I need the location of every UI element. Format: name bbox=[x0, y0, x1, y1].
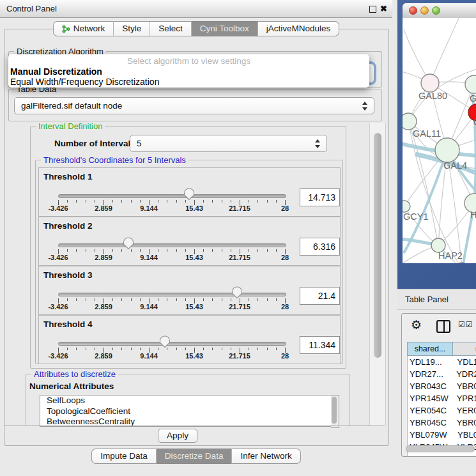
slider-tick bbox=[112, 200, 113, 203]
svg-text:GAL80: GAL80 bbox=[418, 91, 447, 101]
table-header-row: shared...n bbox=[407, 342, 476, 356]
svg-text:GA: GA bbox=[470, 93, 476, 104]
num-intervals-label: Number of Intervals bbox=[54, 139, 135, 148]
tab-label: Discretize Data bbox=[165, 449, 224, 463]
zoom-traffic-light-icon[interactable] bbox=[432, 6, 440, 15]
table-data-value: galFiltered.sif default node bbox=[21, 98, 122, 114]
cell-shared-name: YER054C bbox=[408, 404, 454, 417]
threshold-value-field[interactable]: 14.713 bbox=[300, 188, 340, 206]
close-icon[interactable]: ✖ bbox=[380, 3, 387, 15]
svg-text:HAP2: HAP2 bbox=[438, 250, 463, 261]
slider-tick bbox=[176, 298, 177, 301]
slider-tick bbox=[86, 200, 86, 203]
table-row[interactable]: YBL079WYBL0 bbox=[408, 429, 476, 441]
slider-thumb[interactable] bbox=[231, 286, 243, 299]
threshold-label: Threshold 3 bbox=[43, 270, 93, 280]
slider-tick bbox=[222, 348, 222, 350]
slider-tick bbox=[276, 249, 277, 252]
slider-tick bbox=[112, 348, 113, 350]
slider-tick bbox=[67, 298, 68, 301]
table-row[interactable]: YER054CYER0 bbox=[408, 404, 476, 417]
algorithm-dropdown-hint: Select algorithm to view settings bbox=[8, 56, 369, 66]
tab-label: Infer Network bbox=[240, 449, 291, 463]
thresholds-group-label: Threshold's Coordinates for 5 Intervals bbox=[41, 155, 188, 165]
cell-name: YPR1 bbox=[454, 392, 476, 404]
panel-scrollbar-thumb[interactable] bbox=[374, 133, 381, 358]
slider-thumb[interactable] bbox=[123, 237, 134, 250]
slider-thumb[interactable] bbox=[159, 335, 171, 348]
slider-tick bbox=[231, 348, 231, 350]
slider-tick bbox=[86, 249, 86, 252]
table-row[interactable]: YPR145WYPR1 bbox=[408, 392, 476, 404]
slider-track[interactable] bbox=[58, 293, 286, 296]
gear-icon[interactable]: ⚙ bbox=[411, 318, 422, 332]
slider-tick bbox=[267, 249, 268, 252]
slider-tick bbox=[185, 298, 186, 301]
algorithm-option[interactable]: Equal Width/Frequency Discretization bbox=[10, 77, 159, 87]
checkboxes-icon[interactable]: ☑☑ bbox=[458, 320, 473, 329]
tab-style[interactable]: Style bbox=[114, 21, 150, 36]
cell-shared-name: YDL19... bbox=[408, 356, 454, 368]
slider-tick bbox=[95, 298, 95, 301]
slider-tick bbox=[257, 200, 258, 203]
slider-scale-label: 21.715 bbox=[229, 204, 250, 212]
slider-tick bbox=[112, 298, 113, 301]
slider-tick bbox=[167, 200, 167, 203]
tab-jactivemnodules[interactable]: jActiveMNodules bbox=[258, 21, 340, 36]
slider-tick bbox=[257, 348, 258, 350]
slider-tick bbox=[267, 298, 268, 301]
threshold-panel-3: Threshold 3-3.4262.8599.14415.4321.71528… bbox=[38, 266, 341, 315]
panel-scrollbar-track[interactable] bbox=[369, 123, 386, 426]
table-hscrollbar[interactable] bbox=[406, 445, 476, 452]
control-panel-titlebar: Control Panel ✖ bbox=[0, 0, 392, 18]
slider-tick bbox=[95, 200, 95, 203]
threshold-value-field[interactable]: 21.4 bbox=[300, 287, 340, 305]
table-row[interactable]: YDL19...YDL1 bbox=[408, 356, 476, 368]
slider-track[interactable] bbox=[58, 194, 286, 198]
close-traffic-light-icon[interactable] bbox=[409, 6, 417, 15]
tab-infer-network[interactable]: Infer Network bbox=[232, 449, 300, 464]
algorithm-option[interactable]: Manual Discretization bbox=[10, 66, 102, 77]
slider-scale-label: 9.144 bbox=[140, 352, 158, 360]
minimize-traffic-light-icon[interactable] bbox=[420, 6, 429, 15]
table-panel-header: Table Panel bbox=[397, 289, 476, 310]
table-row[interactable]: YBR045CYBR0 bbox=[408, 417, 476, 429]
tab-cyni-toolbox[interactable]: Cyni Toolbox bbox=[192, 21, 258, 36]
slider-tick bbox=[231, 249, 231, 252]
table-row[interactable]: YBR043CYBR0 bbox=[408, 380, 476, 392]
slider-tick bbox=[76, 249, 77, 252]
table-rows: YDL19...YDL1YDR27...YDR2YBR043CYBR0YPR14… bbox=[407, 356, 476, 456]
tab-select[interactable]: Select bbox=[150, 21, 192, 36]
threshold-value-field[interactable]: 6.316 bbox=[300, 238, 340, 256]
slider-track[interactable] bbox=[58, 342, 286, 346]
table-data-combobox[interactable]: galFiltered.sif default node bbox=[14, 97, 374, 114]
slider-scale-label: 9.144 bbox=[140, 204, 158, 212]
slider-track[interactable] bbox=[58, 243, 286, 247]
attribute-item[interactable]: TopologicalCoefficient bbox=[40, 406, 331, 417]
column-header[interactable]: shared... bbox=[407, 342, 453, 356]
slider-tick bbox=[158, 200, 158, 203]
column-header[interactable]: n bbox=[453, 342, 476, 356]
slider-tick bbox=[131, 348, 132, 350]
network-canvas[interactable]: GAL80GACGAL11GAL4HGCY1HAP2 bbox=[403, 18, 476, 263]
table-row[interactable]: YIL052CYIL0 bbox=[408, 453, 476, 456]
split-columns-icon[interactable] bbox=[436, 320, 450, 333]
slider-thumb[interactable] bbox=[183, 188, 195, 201]
table-panel-title: Table Panel bbox=[405, 289, 449, 309]
tab-discretize-data[interactable]: Discretize Data bbox=[157, 449, 233, 464]
threshold-value-field[interactable]: 11.344 bbox=[300, 336, 340, 354]
slider-scale-label: 9.144 bbox=[140, 303, 158, 311]
combo-stepper-icon bbox=[362, 102, 368, 111]
tab-impute-data[interactable]: Impute Data bbox=[91, 449, 157, 464]
tab-network[interactable]: Network bbox=[53, 21, 114, 36]
apply-button[interactable]: Apply bbox=[158, 429, 197, 443]
numerical-attributes-list[interactable]: SelfLoopsTopologicalCoefficientBetweenne… bbox=[40, 395, 332, 427]
table-row[interactable]: YDR27...YDR2 bbox=[408, 368, 476, 380]
cell-shared-name: YBR045C bbox=[408, 417, 454, 429]
attribute-item[interactable]: SelfLoops bbox=[40, 395, 331, 406]
float-window-icon[interactable] bbox=[369, 6, 376, 13]
attributes-group-label: Attributes to discretize bbox=[31, 369, 118, 379]
threshold-panel-2: Threshold 2-3.4262.8599.14415.4321.71528… bbox=[38, 217, 341, 266]
attributes-list-scrollbar[interactable] bbox=[331, 395, 339, 428]
num-intervals-spinner[interactable]: 5 bbox=[130, 135, 327, 152]
